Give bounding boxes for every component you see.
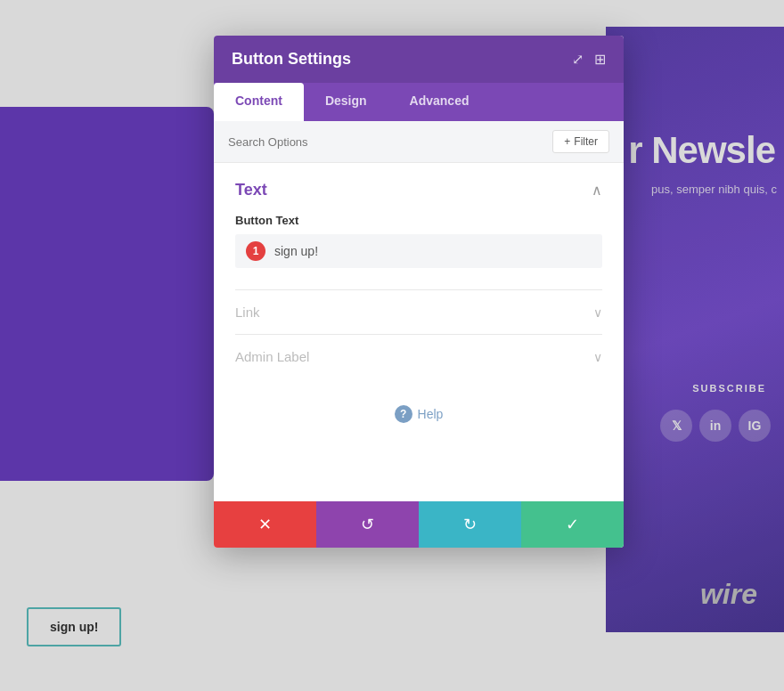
text-section-collapse-icon[interactable]: ∧: [592, 182, 602, 199]
text-section-title: Text: [235, 181, 267, 199]
filter-plus-icon: +: [564, 135, 570, 148]
admin-label-section-label: Admin Label: [235, 349, 309, 364]
redo-button[interactable]: ↻: [419, 501, 521, 548]
tab-design[interactable]: Design: [304, 83, 388, 121]
tab-advanced[interactable]: Advanced: [388, 83, 491, 121]
link-section-arrow: ∨: [593, 305, 602, 320]
help-section[interactable]: ? Help: [235, 378, 602, 441]
link-section[interactable]: Link ∨: [235, 289, 602, 334]
search-bar: + Filter: [214, 121, 624, 163]
filter-button[interactable]: + Filter: [552, 130, 609, 153]
search-input[interactable]: [228, 135, 495, 149]
button-text-label: Button Text: [235, 214, 602, 227]
grid-icon[interactable]: ⊞: [594, 51, 606, 68]
link-section-label: Link: [235, 305, 260, 320]
admin-label-section-arrow: ∨: [593, 350, 602, 364]
modal-title: Button Settings: [232, 50, 351, 69]
expand-icon[interactable]: ⤢: [572, 51, 584, 68]
button-text-input[interactable]: [274, 244, 592, 258]
modal-tabs: Content Design Advanced: [214, 83, 624, 121]
modal-footer: ✕ ↺ ↻ ✓: [214, 501, 624, 548]
button-settings-modal: Button Settings ⤢ ⊞ Content Design Advan…: [214, 36, 624, 548]
undo-button[interactable]: ↺: [316, 501, 419, 548]
button-text-badge: 1: [246, 241, 265, 261]
help-label: Help: [418, 407, 444, 421]
modal-header-icons: ⤢ ⊞: [572, 51, 606, 68]
text-section-header: Text ∧: [235, 181, 602, 199]
modal-header: Button Settings ⤢ ⊞: [214, 36, 624, 83]
save-button[interactable]: ✓: [521, 501, 624, 548]
help-icon: ?: [395, 405, 412, 423]
tab-content[interactable]: Content: [214, 83, 304, 121]
admin-label-section[interactable]: Admin Label ∨: [235, 334, 602, 378]
modal-body: Text ∧ Button Text 1 Link ∨ Admin Label …: [214, 163, 624, 501]
button-text-field-wrapper: Button Text 1: [235, 214, 602, 268]
filter-label: Filter: [574, 135, 598, 148]
button-text-input-row: 1: [235, 234, 602, 268]
cancel-button[interactable]: ✕: [214, 501, 316, 548]
